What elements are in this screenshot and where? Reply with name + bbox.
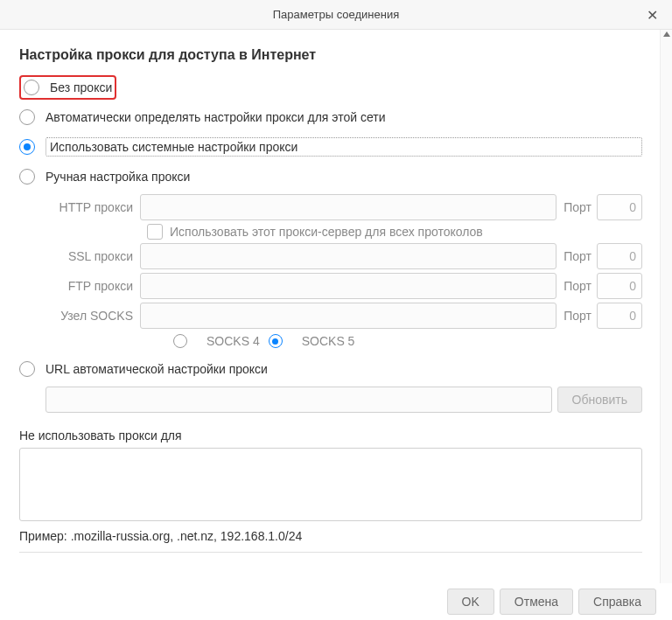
no-proxy-for-textarea[interactable]: [19, 448, 642, 521]
section-title: Настройка прокси для доступа в Интернет: [19, 47, 642, 63]
radio-auto-url-label: URL автоматической настройки прокси: [46, 362, 268, 376]
help-button[interactable]: Справка: [578, 589, 656, 615]
radio-socks4-label: SOCKS 4: [206, 334, 260, 348]
socks-port-label: Порт: [556, 309, 597, 323]
no-proxy-for-label: Не использовать прокси для: [19, 428, 642, 442]
ftp-proxy-row: FTP прокси Порт: [46, 273, 642, 299]
radio-no-proxy[interactable]: [24, 80, 39, 95]
http-port-label: Порт: [556, 200, 597, 214]
radio-auto-detect-label: Автоматически определять настройки прокс…: [46, 110, 385, 124]
radio-row-manual: Ручная настройка прокси: [19, 164, 642, 189]
ssl-port-label: Порт: [556, 249, 597, 263]
ssl-proxy-row: SSL прокси Порт: [46, 243, 642, 269]
socks-proxy-input[interactable]: [140, 303, 556, 329]
scroll-up-icon[interactable]: [663, 31, 670, 37]
no-proxy-example: Пример: .mozilla-russia.org, .net.nz, 19…: [19, 529, 642, 543]
dialog-content: Настройка прокси для доступа в Интернет …: [0, 30, 660, 583]
socks-proxy-row: Узел SOCKS Порт: [46, 303, 642, 329]
radio-auto-detect[interactable]: [19, 109, 35, 125]
socks-proxy-label: Узел SOCKS: [46, 309, 140, 323]
titlebar: Параметры соединения ✕: [0, 0, 672, 30]
ssl-proxy-input[interactable]: [140, 243, 556, 269]
close-icon[interactable]: ✕: [641, 4, 663, 24]
radio-socks4[interactable]: [173, 334, 187, 348]
share-proxy-label: Использовать этот прокси-сервер для всех…: [170, 225, 483, 239]
http-port-input[interactable]: [597, 194, 642, 220]
radio-row-system: Использовать системные настройки прокси: [19, 135, 642, 159]
ftp-port-input[interactable]: [597, 273, 642, 299]
http-proxy-input[interactable]: [140, 194, 556, 220]
http-proxy-label: HTTP прокси: [46, 200, 140, 214]
divider: [19, 552, 642, 553]
radio-row-auto-url: URL автоматической настройки прокси: [19, 357, 642, 381]
ftp-port-label: Порт: [556, 279, 597, 293]
dialog-footer: OK Отмена Справка: [0, 583, 672, 620]
radio-system-label: Использовать системные настройки прокси: [46, 137, 642, 157]
ssl-port-input[interactable]: [597, 243, 642, 269]
auto-url-input-row: Обновить: [46, 387, 642, 413]
manual-proxy-fields: HTTP прокси Порт Использовать этот прокс…: [46, 194, 642, 348]
window-title: Параметры соединения: [273, 8, 399, 21]
radio-row-no-proxy: Без прокси: [19, 75, 642, 100]
http-proxy-row: HTTP прокси Порт: [46, 194, 642, 220]
radio-row-auto-detect: Автоматически определять настройки прокс…: [19, 105, 642, 129]
auto-url-input[interactable]: [46, 387, 552, 413]
share-proxy-row: Использовать этот прокси-сервер для всех…: [147, 224, 642, 240]
cancel-button[interactable]: Отмена: [500, 589, 573, 615]
reload-button[interactable]: Обновить: [557, 387, 642, 413]
radio-manual-label: Ручная настройка прокси: [46, 170, 190, 184]
share-proxy-checkbox[interactable]: [147, 224, 163, 240]
socks-port-input[interactable]: [597, 303, 642, 329]
radio-auto-url[interactable]: [19, 361, 35, 377]
socks-version-row: SOCKS 4 SOCKS 5: [173, 334, 642, 348]
radio-socks5-label: SOCKS 5: [302, 334, 355, 348]
ftp-proxy-label: FTP прокси: [46, 279, 140, 293]
ftp-proxy-input[interactable]: [140, 273, 556, 299]
ok-button[interactable]: OK: [447, 589, 494, 615]
radio-system[interactable]: [19, 139, 35, 155]
ssl-proxy-label: SSL прокси: [46, 249, 140, 263]
radio-manual[interactable]: [19, 169, 35, 185]
radio-socks5[interactable]: [269, 334, 283, 348]
highlight-no-proxy: Без прокси: [19, 75, 116, 100]
vertical-scrollbar[interactable]: [660, 30, 672, 583]
radio-no-proxy-label: Без прокси: [50, 80, 112, 94]
